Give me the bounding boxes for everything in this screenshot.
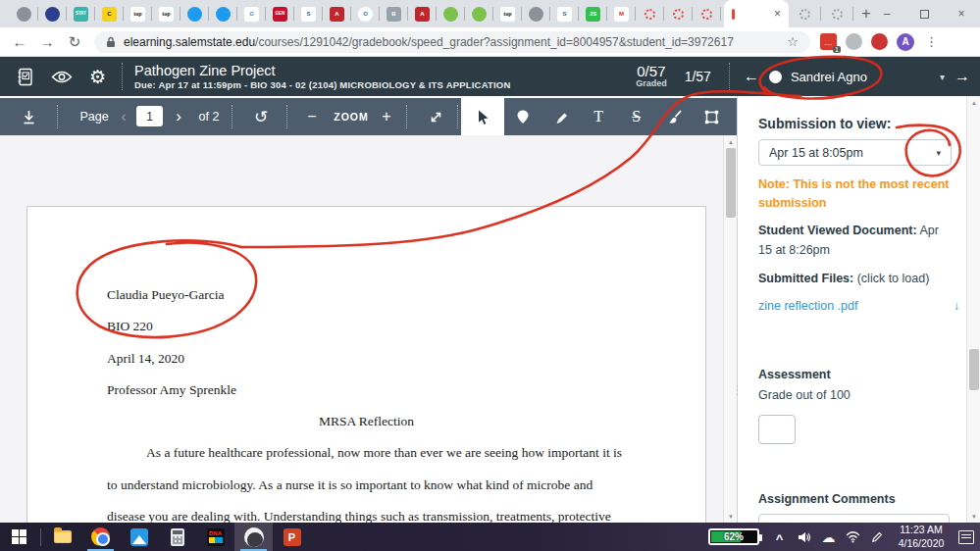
gear-icon[interactable]: ⚙ [89, 68, 106, 86]
active-tab[interactable]: × [724, 0, 789, 27]
pinned-tab[interactable]: O [351, 0, 380, 27]
previous-student-arrow[interactable]: ← [744, 68, 759, 85]
comment-input[interactable] [758, 514, 950, 523]
scroll-down-icon[interactable]: ▼ [967, 510, 980, 523]
page-number-input[interactable] [136, 106, 163, 126]
strikethrough-tool[interactable]: S [622, 108, 651, 125]
zoom-in-button[interactable]: + [372, 98, 401, 135]
sidebar-scrollbar[interactable]: ▲ ▼ [966, 96, 980, 523]
submission-select[interactable]: Apr 15 at 8:05pm ▾ [758, 139, 952, 166]
submitted-files-row: Submitted Files: (click to load) [758, 269, 954, 288]
wifi-icon[interactable] [841, 523, 865, 551]
pinned-tab[interactable] [636, 0, 664, 27]
pinned-tab[interactable]: JS [579, 0, 607, 27]
minimize-button[interactable]: – [868, 0, 905, 27]
pinned-tab[interactable] [209, 0, 237, 27]
pinned-tab[interactable]: STAT [67, 0, 95, 27]
graded-count: 0/57 [636, 64, 667, 79]
pinned-tab[interactable]: B [380, 0, 408, 27]
pinned-tab[interactable] [821, 0, 853, 27]
gradebook-icon[interactable] [16, 67, 34, 87]
start-button[interactable] [0, 523, 38, 551]
text-annotation-tool[interactable]: T [584, 108, 613, 125]
red-a-favicon: A [415, 7, 430, 22]
pinned-tab[interactable]: GEN [266, 0, 294, 27]
profile-avatar[interactable]: A [897, 33, 914, 51]
pinned-tab[interactable]: S [294, 0, 323, 27]
file-download-icon[interactable]: ↓ [954, 299, 959, 313]
rotate-icon[interactable]: ↺ [241, 98, 281, 135]
chat-extension-icon[interactable]: …1 [820, 33, 837, 50]
photos-taskbar-button[interactable] [120, 523, 158, 551]
maximize-button[interactable] [905, 0, 943, 27]
forward-button[interactable]: → [33, 33, 61, 50]
pen-icon[interactable] [865, 523, 890, 551]
pinned-tab[interactable] [437, 0, 465, 27]
submitted-files-value[interactable]: (click to load) [853, 272, 929, 285]
tab-close-icon[interactable]: × [774, 8, 781, 20]
address-bar[interactable]: elearning.salemstate.edu/courses/1291042… [94, 31, 810, 53]
calculator-taskbar-button[interactable] [158, 523, 196, 551]
next-student-arrow[interactable]: → [954, 68, 970, 85]
back-button[interactable]: ← [6, 33, 33, 50]
pinned-tab[interactable] [38, 0, 67, 27]
scrollbar-thumb[interactable] [726, 148, 736, 218]
file-explorer-button[interactable] [43, 523, 81, 551]
powerpoint-taskbar-button[interactable]: P [273, 523, 311, 551]
pinned-tab[interactable] [693, 0, 721, 27]
pinned-tab[interactable]: A [408, 0, 437, 27]
scrollbar-thumb[interactable] [969, 349, 979, 390]
student-name[interactable]: Sandrei Agno [791, 70, 867, 84]
dna-app-taskbar-button[interactable]: DNA [196, 523, 234, 551]
grade-input[interactable] [758, 415, 796, 444]
adblock-extension-icon[interactable] [871, 33, 888, 50]
pinned-tab[interactable] [181, 0, 209, 27]
pinned-tab[interactable] [10, 0, 38, 27]
pinned-tab[interactable]: top [152, 0, 181, 27]
area-annotation-tool[interactable] [697, 109, 727, 125]
highlight-tool[interactable] [546, 109, 576, 125]
document-scrollbar[interactable]: ▲ ▼ [723, 135, 737, 523]
fullscreen-icon[interactable] [416, 98, 455, 135]
s-curve-favicon: S [301, 7, 316, 22]
action-center-icon[interactable] [953, 523, 980, 551]
student-dropdown-caret-icon[interactable]: ▾ [940, 72, 945, 82]
loading-spinner-favicon [701, 9, 712, 20]
scroll-up-icon[interactable]: ▲ [724, 135, 738, 148]
pinned-tab[interactable] [465, 0, 493, 27]
pinned-tab[interactable]: S [550, 0, 579, 27]
zoom-out-button[interactable]: − [297, 98, 327, 135]
pinned-tab[interactable] [522, 0, 550, 27]
file-link[interactable]: zine reflection .pdf [758, 299, 857, 313]
scroll-down-icon[interactable]: ▼ [724, 510, 738, 523]
pinned-tab[interactable]: top [124, 0, 152, 27]
draw-tool[interactable] [659, 109, 689, 125]
cloud-extension-icon[interactable] [846, 33, 862, 50]
pinned-tab[interactable]: C [95, 0, 124, 27]
doc-course-line: BIO 220 [107, 319, 626, 350]
browser-menu-icon[interactable]: ⋮ [925, 34, 938, 49]
next-page-button[interactable]: › [169, 98, 188, 135]
eye-icon[interactable] [51, 71, 73, 83]
chrome-taskbar-button[interactable] [81, 523, 120, 551]
reload-button[interactable]: ↻ [61, 33, 88, 51]
select-tool-active[interactable] [461, 98, 504, 135]
taskbar-clock[interactable]: 11:23 AM 4/16/2020 [894, 524, 949, 549]
speaker-icon[interactable] [792, 523, 816, 551]
pinned-tab[interactable]: top [493, 0, 522, 27]
pinned-tab[interactable]: A [323, 0, 351, 27]
pinned-tab[interactable]: M [607, 0, 636, 27]
download-icon[interactable] [12, 98, 45, 135]
pin-annotation-tool[interactable] [508, 109, 538, 125]
pinned-tab[interactable] [664, 0, 693, 27]
pinned-tab[interactable]: G [237, 0, 266, 27]
snip-taskbar-button[interactable] [234, 523, 273, 551]
pinned-tab[interactable] [789, 0, 821, 27]
onedrive-cloud-icon[interactable]: ☁ [816, 523, 841, 551]
tray-chevron-icon[interactable]: ^ [767, 525, 792, 551]
close-button[interactable]: × [943, 0, 980, 27]
blue-drop-favicon [187, 7, 202, 22]
bookmark-star-icon[interactable]: ☆ [787, 34, 799, 49]
scroll-up-icon[interactable]: ▲ [967, 96, 980, 109]
previous-page-button[interactable]: ‹ [114, 98, 133, 135]
